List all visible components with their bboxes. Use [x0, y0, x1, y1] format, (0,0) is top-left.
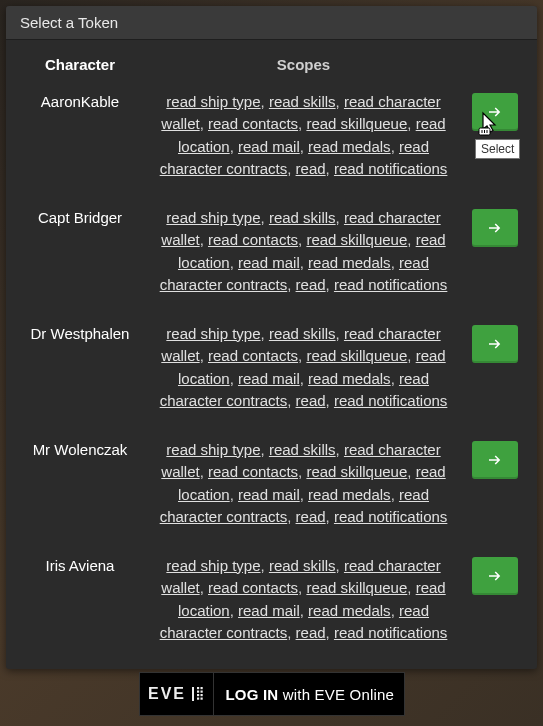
scope-link[interactable]: read — [296, 392, 326, 409]
scope-link[interactable]: read medals — [308, 138, 391, 155]
scope-link[interactable]: read mail — [238, 138, 300, 155]
character-name: Mr Wolenczak — [16, 439, 144, 460]
scope-link[interactable]: read notifications — [334, 392, 447, 409]
header-character: Character — [16, 54, 144, 75]
svg-text:EVE: EVE — [148, 685, 186, 702]
scope-link[interactable]: read skillqueue — [306, 115, 407, 132]
scope-link[interactable]: read skills — [269, 93, 336, 110]
character-name: Dr Westphalen — [16, 323, 144, 344]
scopes-cell: read ship type, read skills, read charac… — [144, 207, 463, 297]
scope-link[interactable]: read medals — [308, 370, 391, 387]
scope-link[interactable]: read skills — [269, 557, 336, 574]
scope-link[interactable]: read skills — [269, 209, 336, 226]
select-button[interactable] — [472, 441, 518, 479]
scopes-cell: read ship type, read skills, read charac… — [144, 439, 463, 529]
table-header: Character Scopes — [16, 54, 527, 77]
scope-link[interactable]: read notifications — [334, 508, 447, 525]
character-name: AaronKable — [16, 91, 144, 112]
svg-rect-8 — [197, 691, 199, 693]
scope-link[interactable]: read — [296, 276, 326, 293]
svg-rect-6 — [197, 687, 199, 689]
svg-rect-12 — [197, 698, 199, 700]
svg-rect-13 — [201, 698, 203, 700]
scopes-cell: read ship type, read skills, read charac… — [144, 91, 463, 181]
select-button[interactable] — [472, 93, 518, 131]
scope-link[interactable]: read ship type — [166, 557, 260, 574]
table-row: Mr Wolenczakread ship type, read skills,… — [16, 439, 527, 529]
scope-link[interactable]: read — [296, 160, 326, 177]
svg-rect-10 — [197, 694, 199, 696]
arrow-right-icon — [486, 335, 504, 353]
scope-link[interactable]: read medals — [308, 602, 391, 619]
scope-link[interactable]: read ship type — [166, 209, 260, 226]
scope-link[interactable]: read notifications — [334, 624, 447, 641]
scope-link[interactable]: read mail — [238, 254, 300, 271]
scope-link[interactable]: read contacts — [208, 463, 298, 480]
arrow-right-icon — [486, 567, 504, 585]
select-button[interactable] — [472, 325, 518, 363]
scope-link[interactable]: read — [296, 624, 326, 641]
scope-link[interactable]: read skillqueue — [306, 347, 407, 364]
scope-link[interactable]: read skills — [269, 325, 336, 342]
scope-link[interactable]: read medals — [308, 486, 391, 503]
select-button[interactable] — [472, 557, 518, 595]
scope-link[interactable]: read ship type — [166, 441, 260, 458]
table-row: AaronKableread ship type, read skills, r… — [16, 91, 527, 181]
table-row: Dr Westphalenread ship type, read skills… — [16, 323, 527, 413]
scope-link[interactable]: read contacts — [208, 115, 298, 132]
scope-link[interactable]: read ship type — [166, 325, 260, 342]
svg-rect-7 — [201, 687, 203, 689]
header-scopes: Scopes — [144, 54, 463, 77]
scope-link[interactable]: read notifications — [334, 160, 447, 177]
scope-link[interactable]: read skillqueue — [306, 579, 407, 596]
scope-link[interactable]: read mail — [238, 370, 300, 387]
scope-link[interactable]: read contacts — [208, 231, 298, 248]
scope-link[interactable]: read skillqueue — [306, 231, 407, 248]
table-row: Capt Bridgerread ship type, read skills,… — [16, 207, 527, 297]
login-text: LOG IN with EVE Online — [214, 673, 404, 715]
select-token-modal: Select a Token Character Scopes AaronKab… — [6, 6, 537, 669]
scope-link[interactable]: read mail — [238, 602, 300, 619]
scope-link[interactable]: read ship type — [166, 93, 260, 110]
scope-link[interactable]: read medals — [308, 254, 391, 271]
select-tooltip: Select — [475, 139, 520, 159]
modal-body: Character Scopes AaronKableread ship typ… — [6, 40, 537, 669]
arrow-right-icon — [486, 219, 504, 237]
scope-link[interactable]: read mail — [238, 486, 300, 503]
arrow-right-icon — [486, 103, 504, 121]
scopes-cell: read ship type, read skills, read charac… — [144, 555, 463, 645]
login-with-eve-button[interactable]: EVE LOG IN with EVE Online — [139, 672, 405, 716]
eve-logo: EVE — [140, 673, 214, 715]
scope-link[interactable]: read contacts — [208, 579, 298, 596]
select-button[interactable] — [472, 209, 518, 247]
scope-link[interactable]: read contacts — [208, 347, 298, 364]
arrow-right-icon — [486, 451, 504, 469]
table-row: Iris Avienaread ship type, read skills, … — [16, 555, 527, 645]
scopes-cell: read ship type, read skills, read charac… — [144, 323, 463, 413]
character-name: Iris Aviena — [16, 555, 144, 576]
scope-link[interactable]: read skillqueue — [306, 463, 407, 480]
character-name: Capt Bridger — [16, 207, 144, 228]
scope-link[interactable]: read skills — [269, 441, 336, 458]
modal-title: Select a Token — [6, 6, 537, 40]
svg-rect-9 — [201, 691, 203, 693]
scope-link[interactable]: read notifications — [334, 276, 447, 293]
scope-link[interactable]: read — [296, 508, 326, 525]
svg-rect-11 — [201, 694, 203, 696]
